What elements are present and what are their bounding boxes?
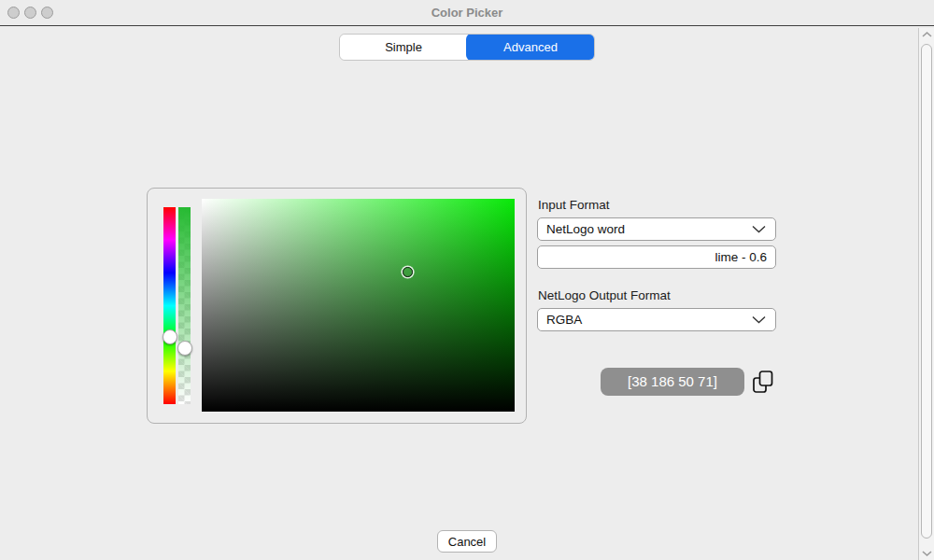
output-format-selected-value: RGBA	[546, 313, 752, 327]
color-value-input[interactable]	[537, 245, 776, 269]
window-title: Color Picker	[0, 6, 934, 20]
hue-slider-thumb[interactable]	[163, 329, 177, 344]
cancel-button[interactable]: Cancel	[437, 530, 497, 553]
chevron-down-icon[interactable]	[921, 549, 933, 558]
vertical-scrollbar[interactable]	[918, 28, 934, 560]
chevron-down-icon	[752, 225, 766, 233]
output-format-label: NetLogo Output Format	[538, 288, 671, 302]
saturation-brightness-area[interactable]	[202, 199, 515, 412]
mode-toggle: Simple Advanced	[339, 34, 595, 61]
chevron-down-icon	[752, 315, 766, 324]
scrollbar-thumb[interactable]	[921, 44, 932, 539]
tab-simple[interactable]: Simple	[340, 35, 467, 60]
input-format-label: Input Format	[538, 198, 610, 212]
color-cursor[interactable]	[403, 267, 413, 277]
hue-slider[interactable]	[163, 207, 176, 404]
tab-advanced[interactable]: Advanced	[466, 34, 595, 61]
alpha-slider-thumb[interactable]	[177, 341, 192, 356]
copy-icon	[752, 370, 774, 395]
input-format-selected-value: NetLogo word	[546, 222, 752, 236]
alpha-slider[interactable]	[178, 207, 191, 404]
copy-button[interactable]	[752, 370, 774, 395]
titlebar: Color Picker	[0, 0, 934, 26]
chevron-up-icon[interactable]	[921, 30, 933, 39]
color-picker-window: Color Picker Simple Advanced Input Forma…	[0, 0, 934, 560]
output-format-dropdown[interactable]: RGBA	[537, 308, 776, 331]
output-value-display[interactable]: [38 186 50 71]	[601, 368, 744, 396]
input-format-dropdown[interactable]: NetLogo word	[537, 217, 776, 241]
